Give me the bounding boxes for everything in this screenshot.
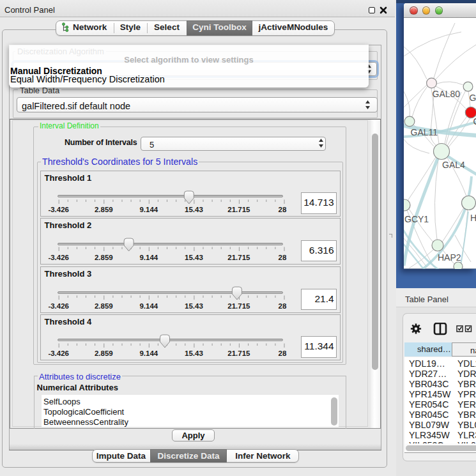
- svg-text:GAL11: GAL11: [411, 127, 438, 137]
- svg-text:GAL80: GAL80: [433, 89, 461, 99]
- svg-text:GA: GA: [470, 93, 476, 103]
- svg-text:HAP2: HAP2: [438, 252, 461, 263]
- svg-text:GAL4: GAL4: [442, 160, 465, 170]
- svg-text:C: C: [473, 116, 476, 127]
- svg-text:GCY1: GCY1: [404, 214, 429, 224]
- svg-text:H: H: [470, 213, 476, 223]
